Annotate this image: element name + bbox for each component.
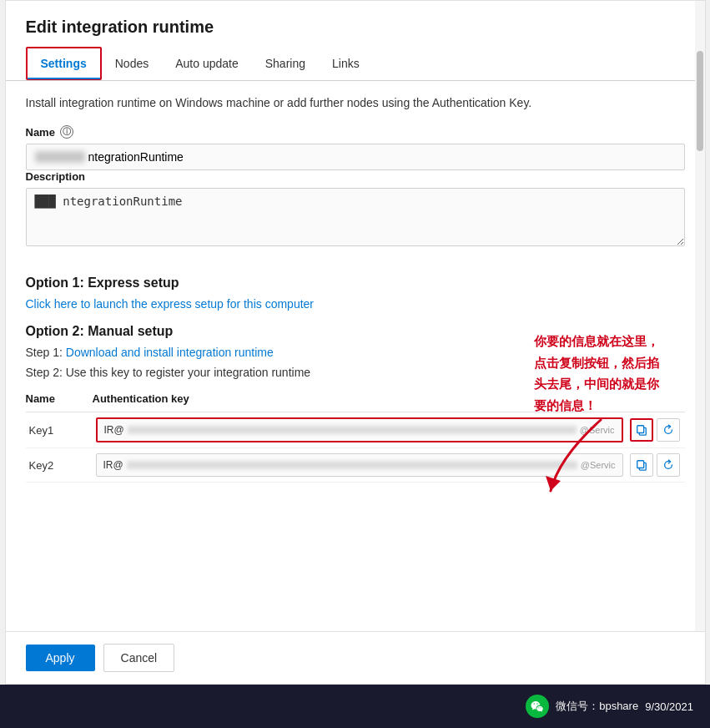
tab-settings[interactable]: Settings: [26, 47, 102, 80]
wechat-label: 微信号：bpshare: [556, 699, 638, 714]
cancel-button[interactable]: Cancel: [103, 644, 175, 672]
key2-start: IR@: [103, 459, 123, 471]
key1-end: @Servic: [580, 425, 615, 435]
panel-title: Edit integration runtime: [6, 1, 705, 47]
edit-panel: Edit integration runtime Settings Nodes …: [5, 0, 706, 685]
step1-label: Step 1:: [26, 346, 63, 359]
apply-button[interactable]: Apply: [26, 645, 95, 671]
install-description: Install integration runtime on Windows m…: [26, 94, 685, 112]
key2-end: @Servic: [581, 460, 616, 470]
key1-value-wrapper: IR@ @Servic: [96, 417, 623, 442]
key1-text: IR@ @Servic: [96, 417, 623, 442]
option1-title: Option 1: Express setup: [26, 276, 685, 291]
key1-name: Key1: [26, 412, 93, 448]
key2-actions: [627, 448, 685, 483]
tab-nodes[interactable]: Nodes: [102, 47, 162, 80]
name-label: Name ⓘ: [26, 125, 685, 139]
step2: Step 2: Use this key to register your in…: [26, 366, 685, 379]
name-blur-block: [35, 151, 85, 163]
key2-copy-button[interactable]: [630, 453, 653, 477]
col-key-header: Authentication key: [93, 386, 627, 412]
key1-refresh-button[interactable]: [657, 418, 680, 442]
tab-bar: Settings Nodes Auto update Sharing Links: [6, 47, 705, 81]
step1-link[interactable]: Download and install integration runtime: [66, 346, 274, 359]
key1-start: IR@: [104, 424, 124, 436]
name-input[interactable]: ntegrationRuntime: [26, 144, 685, 170]
tab-links[interactable]: Links: [319, 47, 373, 80]
key2-refresh-button[interactable]: [657, 453, 680, 477]
scrollbar-track[interactable]: [695, 1, 705, 684]
step1: Step 1: Download and install integration…: [26, 346, 685, 359]
key1-blur: [128, 426, 577, 434]
option2-title: Option 2: Manual setup: [26, 324, 685, 339]
express-setup-link[interactable]: Click here to launch the express setup f…: [26, 297, 315, 311]
table-row: Key2 IR@ @Servic: [26, 448, 685, 483]
key2-text: IR@ @Servic: [96, 453, 623, 477]
key2-name: Key2: [26, 448, 93, 483]
name-info-icon[interactable]: ⓘ: [60, 125, 73, 139]
wechat-icon: [526, 695, 549, 718]
name-suffix: ntegrationRuntime: [88, 150, 184, 164]
svg-rect-3: [637, 461, 643, 468]
svg-rect-1: [637, 426, 643, 433]
tab-autoupdate[interactable]: Auto update: [162, 47, 252, 80]
key1-actions: [627, 412, 685, 448]
key1-value-cell: IR@ @Servic: [93, 412, 627, 448]
description-label: Description: [26, 170, 685, 183]
auth-key-table: Name Authentication key Key1 IR@ @Servic: [26, 386, 685, 483]
key2-blur: [127, 461, 577, 469]
tab-sharing[interactable]: Sharing: [252, 47, 319, 80]
key2-value-wrapper: IR@ @Servic: [96, 453, 623, 477]
bottom-bar: 微信号：bpshare 9/30/2021: [0, 685, 710, 728]
key1-copy-button[interactable]: [630, 418, 653, 442]
key2-value-cell: IR@ @Servic: [93, 448, 627, 483]
col-name-header: Name: [26, 386, 93, 412]
footer-bar: Apply Cancel: [6, 631, 705, 684]
description-input[interactable]: ███ ntegrationRuntime: [26, 188, 685, 246]
content-area: Install integration runtime on Windows m…: [6, 81, 705, 664]
scrollbar-thumb[interactable]: [697, 51, 703, 151]
date-text: 9/30/2021: [645, 700, 693, 713]
table-row: Key1 IR@ @Servic: [26, 412, 685, 448]
